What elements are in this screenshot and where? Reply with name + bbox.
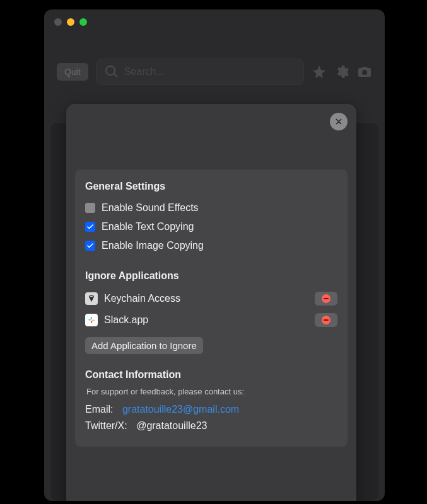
- checkbox-checked-icon[interactable]: [85, 222, 95, 232]
- svg-rect-2: [91, 317, 92, 319]
- settings-inner-panel: General Settings Enable Sound Effects En…: [75, 169, 348, 447]
- minus-circle-icon: [322, 316, 330, 324]
- add-application-button[interactable]: Add Application to Ignore: [85, 337, 203, 354]
- email-link[interactable]: gratatouille23@gmail.com: [122, 404, 239, 415]
- search-input[interactable]: [124, 66, 296, 77]
- window-minimize-circle[interactable]: [67, 18, 74, 26]
- option-sound-effects[interactable]: Enable Sound Effects: [85, 198, 337, 217]
- app-name-label: Slack.app: [104, 314, 148, 326]
- minus-circle-icon: [322, 294, 330, 303]
- camera-icon[interactable]: [357, 64, 372, 79]
- quit-button[interactable]: Quit: [57, 63, 88, 81]
- svg-rect-1: [92, 319, 95, 321]
- checkbox-checked-icon[interactable]: [85, 241, 95, 251]
- twitter-label: Twitter/X:: [85, 420, 127, 431]
- slack-icon: [85, 314, 98, 326]
- gear-icon[interactable]: [334, 64, 349, 79]
- search-icon: [104, 64, 119, 79]
- contact-information-section: Contact Information For support or feedb…: [85, 369, 337, 434]
- ignore-applications-title: Ignore Applications: [85, 270, 337, 282]
- close-button[interactable]: [330, 113, 348, 130]
- keychain-access-icon: [85, 292, 98, 305]
- search-field-wrap[interactable]: [96, 59, 304, 85]
- window-close-circle[interactable]: [54, 18, 62, 26]
- svg-rect-0: [88, 319, 91, 321]
- remove-app-button[interactable]: [315, 292, 337, 306]
- window-traffic-lights: [44, 9, 385, 26]
- option-label: Enable Text Copying: [102, 221, 194, 232]
- contact-title: Contact Information: [85, 369, 337, 381]
- contact-subtitle: For support or feedback, please contact …: [86, 387, 337, 396]
- ignore-applications-section: Ignore Applications Keychain Access: [85, 270, 337, 354]
- ignored-app-row: Slack.app: [85, 309, 337, 331]
- star-icon[interactable]: [312, 64, 327, 79]
- svg-rect-3: [91, 321, 92, 323]
- main-toolbar: Quit: [44, 26, 385, 96]
- window-zoom-circle[interactable]: [79, 18, 87, 26]
- ignored-app-row: Keychain Access: [85, 288, 337, 309]
- option-label: Enable Image Copying: [102, 240, 204, 251]
- email-label: Email:: [85, 404, 113, 415]
- remove-app-button[interactable]: [315, 313, 337, 327]
- settings-panel: General Settings Enable Sound Effects En…: [66, 104, 356, 501]
- contact-twitter-row: Twitter/X: @gratatouille23: [85, 418, 337, 434]
- option-label: Enable Sound Effects: [102, 202, 199, 214]
- app-name-label: Keychain Access: [104, 293, 180, 304]
- close-icon: [334, 117, 343, 126]
- option-image-copying[interactable]: Enable Image Copying: [85, 236, 337, 255]
- contact-email-row: Email: gratatouille23@gmail.com: [85, 401, 337, 418]
- app-window: Quit General Settings Enable Sound Effec…: [44, 9, 385, 501]
- twitter-handle[interactable]: @gratatouille23: [136, 420, 207, 431]
- checkbox-unchecked-icon[interactable]: [85, 203, 95, 213]
- general-settings-title: General Settings: [85, 181, 337, 192]
- option-text-copying[interactable]: Enable Text Copying: [85, 217, 337, 236]
